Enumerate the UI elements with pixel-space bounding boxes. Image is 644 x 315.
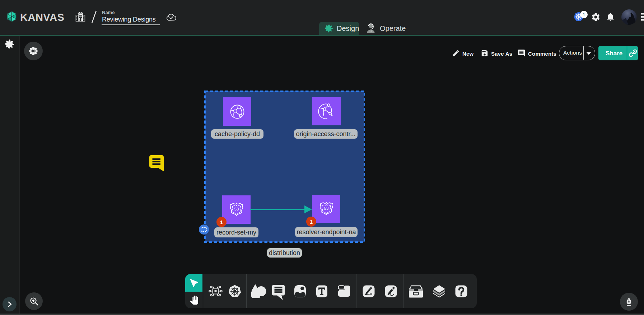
- svg-text:53: 53: [234, 207, 239, 211]
- svg-text:53: 53: [324, 206, 328, 210]
